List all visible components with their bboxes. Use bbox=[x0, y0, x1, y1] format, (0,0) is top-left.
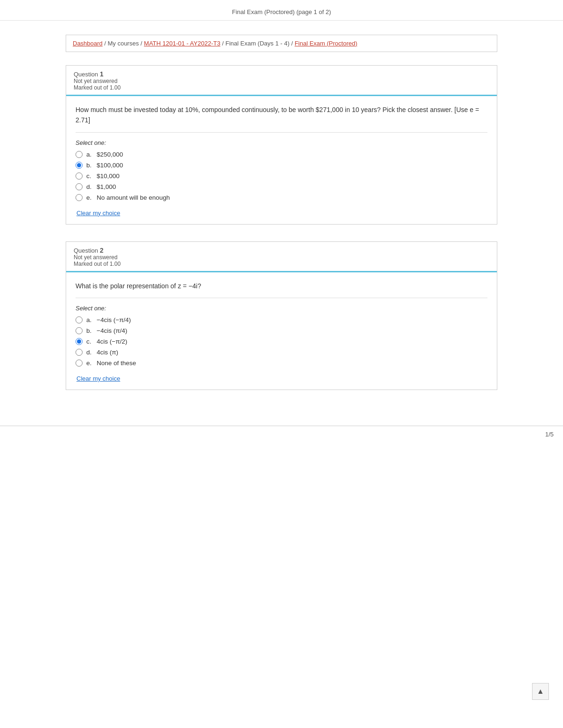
breadcrumb-dashboard[interactable]: Dashboard bbox=[73, 40, 103, 47]
radio-2d[interactable] bbox=[76, 349, 83, 356]
radio-1d[interactable] bbox=[76, 183, 83, 190]
question-2-text: What is the polar representation of z = … bbox=[76, 281, 487, 291]
question-block-2: Question 2 Not yet answered Marked out o… bbox=[66, 241, 497, 390]
option-2a-text: −4cis (−π/4) bbox=[97, 316, 131, 323]
question-1-marked: Marked out of 1.00 bbox=[74, 84, 489, 91]
option-1e-letter: e. bbox=[86, 194, 94, 201]
option-1d-letter: d. bbox=[86, 183, 94, 190]
clear-choice-1[interactable]: Clear my choice bbox=[76, 210, 120, 217]
option-2c-letter: c. bbox=[86, 338, 94, 345]
breadcrumb-final-days: Final Exam (Days 1 - 4) bbox=[225, 40, 289, 47]
question-1-label: Question 1 bbox=[74, 70, 489, 78]
question-1-text: How much must be invested today at 10%, … bbox=[76, 105, 487, 126]
option-2c-text: 4cis (−π/2) bbox=[97, 338, 127, 345]
radio-1b[interactable] bbox=[76, 162, 83, 169]
question-block-1: Question 1 Not yet answered Marked out o… bbox=[66, 65, 497, 225]
page-title: Final Exam (Proctored) (page 1 of 2) bbox=[232, 8, 331, 15]
option-2d[interactable]: d. 4cis (π) bbox=[76, 349, 487, 356]
question-1-select-label: Select one: bbox=[76, 139, 487, 146]
breadcrumb-sep4: / bbox=[291, 40, 295, 47]
option-1a[interactable]: a. $250,000 bbox=[76, 151, 487, 158]
question-2-marked: Marked out of 1.00 bbox=[74, 261, 489, 267]
option-2a[interactable]: a. −4cis (−π/4) bbox=[76, 316, 487, 323]
page-footer: 1/5 bbox=[0, 426, 563, 443]
option-1a-text: $250,000 bbox=[97, 151, 123, 158]
radio-2e[interactable] bbox=[76, 360, 83, 367]
breadcrumb-final-proctored[interactable]: Final Exam (Proctored) bbox=[295, 40, 358, 47]
question-2-status: Not yet answered bbox=[74, 254, 489, 261]
question-1-number: 1 bbox=[100, 70, 104, 78]
option-2e-text: None of these bbox=[97, 360, 136, 367]
option-2c[interactable]: c. 4cis (−π/2) bbox=[76, 338, 487, 345]
question-2-select-label: Select one: bbox=[76, 305, 487, 312]
option-2b-letter: b. bbox=[86, 327, 94, 334]
option-1a-letter: a. bbox=[86, 151, 94, 158]
radio-2b[interactable] bbox=[76, 327, 83, 334]
option-2e[interactable]: e. None of these bbox=[76, 360, 487, 367]
radio-1a[interactable] bbox=[76, 151, 83, 158]
page-header: Final Exam (Proctored) (page 1 of 2) bbox=[0, 0, 563, 21]
question-1-status: Not yet answered bbox=[74, 78, 489, 84]
question-1-divider bbox=[76, 132, 487, 133]
option-1b-letter: b. bbox=[86, 162, 94, 169]
breadcrumb-my-courses: My courses bbox=[107, 40, 138, 47]
option-2d-letter: d. bbox=[86, 349, 94, 356]
main-content: Dashboard / My courses / MATH 1201-01 - … bbox=[56, 21, 507, 426]
option-1d-text: $1,000 bbox=[97, 183, 116, 190]
option-2b-text: −4cis (π/4) bbox=[97, 327, 127, 334]
option-1b[interactable]: b. $100,000 bbox=[76, 162, 487, 169]
option-1e[interactable]: e. No amount will be enough bbox=[76, 194, 487, 201]
radio-2c[interactable] bbox=[76, 338, 83, 345]
option-1e-text: No amount will be enough bbox=[97, 194, 170, 201]
question-2-number: 2 bbox=[100, 247, 104, 254]
question-2-label: Question 2 bbox=[74, 247, 489, 254]
radio-1c[interactable] bbox=[76, 173, 83, 180]
question-2-meta: Question 2 Not yet answered Marked out o… bbox=[66, 242, 497, 271]
option-1c-text: $10,000 bbox=[97, 173, 120, 180]
option-2a-letter: a. bbox=[86, 316, 94, 323]
option-2d-text: 4cis (π) bbox=[97, 349, 118, 356]
option-2b[interactable]: b. −4cis (π/4) bbox=[76, 327, 487, 334]
breadcrumb-course[interactable]: MATH 1201-01 - AY2022-T3 bbox=[144, 40, 221, 47]
option-2e-letter: e. bbox=[86, 360, 94, 367]
footer-page-number: 1/5 bbox=[545, 431, 554, 438]
option-1b-text: $100,000 bbox=[97, 162, 123, 169]
question-1-body: How much must be invested today at 10%, … bbox=[66, 95, 497, 224]
option-1c-letter: c. bbox=[86, 173, 94, 180]
breadcrumb-sep2: / bbox=[141, 40, 144, 47]
radio-2a[interactable] bbox=[76, 316, 83, 323]
question-1-meta: Question 1 Not yet answered Marked out o… bbox=[66, 66, 497, 95]
radio-1e[interactable] bbox=[76, 194, 83, 201]
option-1d[interactable]: d. $1,000 bbox=[76, 183, 487, 190]
question-2-body: What is the polar representation of z = … bbox=[66, 271, 497, 390]
question-2-divider bbox=[76, 298, 487, 298]
option-1c[interactable]: c. $10,000 bbox=[76, 173, 487, 180]
clear-choice-2[interactable]: Clear my choice bbox=[76, 375, 120, 382]
breadcrumb: Dashboard / My courses / MATH 1201-01 - … bbox=[66, 35, 497, 52]
